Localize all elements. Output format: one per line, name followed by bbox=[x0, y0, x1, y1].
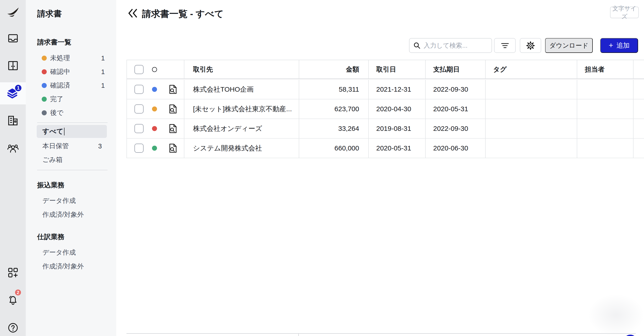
search-placeholder: 入力して検索... bbox=[424, 41, 468, 50]
rail-board[interactable] bbox=[0, 54, 26, 76]
plus-icon: + bbox=[609, 41, 613, 49]
filter-icon bbox=[501, 43, 509, 48]
due-cell: 2020-06-30 bbox=[426, 138, 486, 158]
client-cell[interactable]: 株式会社オンディーズ bbox=[184, 119, 299, 138]
sidebar-item-journal-created[interactable]: 作成済/対象外 bbox=[42, 262, 84, 270]
sidebar-item-label: 完了 bbox=[50, 94, 105, 104]
icon-rail: 1 bbox=[0, 0, 26, 336]
settings-button[interactable] bbox=[520, 38, 541, 53]
sidebar-item-all-selected[interactable]: すべて bbox=[37, 125, 107, 138]
assignee-cell bbox=[577, 80, 634, 100]
status-dot-later bbox=[42, 110, 47, 115]
sidebar-item-label: 確認済 bbox=[50, 81, 101, 90]
amount-cell: 660,000 bbox=[299, 138, 369, 158]
fab-shadow bbox=[588, 294, 644, 336]
apps-add-icon bbox=[8, 268, 18, 278]
notifications-bell-icon bbox=[8, 295, 18, 305]
help-icon bbox=[8, 323, 18, 333]
rail-invoices-active[interactable]: 1 bbox=[0, 82, 26, 104]
notifications-badge: 2 bbox=[14, 289, 22, 296]
row-checkbox[interactable] bbox=[134, 144, 144, 153]
sidebar-section-journal: 仕訳業務 bbox=[37, 232, 64, 242]
file-preview-icon[interactable] bbox=[169, 144, 177, 153]
column-header-client[interactable]: 取引先 bbox=[184, 60, 299, 79]
file-preview-icon[interactable] bbox=[169, 104, 177, 114]
rail-members[interactable] bbox=[0, 137, 26, 159]
select-all-checkbox[interactable] bbox=[134, 65, 144, 74]
amount-cell: 623,700 bbox=[299, 100, 369, 119]
sidebar-item-count: 1 bbox=[101, 68, 105, 76]
gear-icon bbox=[526, 41, 535, 50]
add-button[interactable]: + 追加 bbox=[600, 38, 638, 53]
search-input[interactable]: 入力して検索... bbox=[409, 38, 492, 53]
amount-cell: 33,264 bbox=[299, 119, 369, 138]
column-header-assignee[interactable]: 担当者 bbox=[577, 60, 634, 79]
row-status-dot bbox=[152, 87, 157, 92]
rail-notifications[interactable]: 2 bbox=[0, 289, 26, 311]
table-header-select bbox=[127, 60, 184, 79]
column-header-ghost bbox=[634, 60, 644, 79]
due-cell: 2020-05-31 bbox=[426, 100, 486, 119]
sidebar-item-done[interactable]: 完了 bbox=[42, 95, 105, 103]
file-preview-icon[interactable] bbox=[169, 124, 177, 133]
row-checkbox[interactable] bbox=[134, 85, 144, 94]
file-preview-icon[interactable] bbox=[169, 85, 177, 94]
sidebar-item-all-label: すべて bbox=[42, 127, 63, 136]
ghost-cell bbox=[634, 138, 644, 158]
sidebar-item-checked[interactable]: 確認済 1 bbox=[42, 82, 105, 90]
row-checkbox[interactable] bbox=[134, 124, 144, 133]
sidebar-item-checking[interactable]: 確認中 1 bbox=[42, 68, 105, 76]
client-cell[interactable]: システム開発株式会社 bbox=[184, 138, 299, 158]
sidebar-item-transfer-create[interactable]: データ作成 bbox=[42, 197, 76, 205]
sidebar-section-transfer: 振込業務 bbox=[37, 180, 64, 190]
tag-cell bbox=[486, 138, 577, 158]
ghost-cell bbox=[634, 119, 644, 138]
status-column-header-icon[interactable] bbox=[152, 67, 157, 72]
column-header-amount[interactable]: 金額 bbox=[299, 60, 369, 79]
filter-button[interactable] bbox=[494, 38, 516, 53]
client-cell[interactable]: [未セット]株式会社東京不動産... bbox=[184, 100, 299, 119]
table-footer-column-divider bbox=[298, 333, 299, 336]
sidebar-divider bbox=[37, 170, 108, 170]
double-chevron-left-icon bbox=[128, 8, 138, 18]
sidebar-item-stored-today[interactable]: 本日保管 3 bbox=[42, 142, 105, 150]
brand-logo[interactable] bbox=[0, 1, 26, 23]
row-checkbox[interactable] bbox=[134, 104, 144, 114]
rail-inbox[interactable] bbox=[0, 27, 26, 49]
rail-company[interactable] bbox=[0, 110, 26, 132]
date-cell: 2020-05-31 bbox=[369, 138, 426, 158]
download-button[interactable]: ダウンロード bbox=[545, 38, 593, 53]
rail-help[interactable] bbox=[0, 316, 26, 336]
board-columns-icon bbox=[8, 61, 18, 71]
column-header-due[interactable]: 支払期日 bbox=[426, 60, 486, 79]
table-footer-border bbox=[126, 333, 636, 334]
sidebar-item-label: 後で bbox=[50, 108, 105, 118]
sidebar-item-label: 未処理 bbox=[50, 54, 101, 63]
invoice-table: 取引先 金額 取引日 支払期日 タグ 担当者 株式会社TOHO企画 58,311… bbox=[126, 60, 644, 158]
date-cell: 2021-12-31 bbox=[369, 80, 426, 100]
invoices-badge: 1 bbox=[14, 84, 22, 92]
sidebar-item-count: 3 bbox=[98, 142, 102, 150]
sidebar-item-trash[interactable]: ごみ箱 bbox=[42, 156, 105, 164]
collapse-sidebar-button[interactable] bbox=[128, 8, 138, 18]
tag-cell bbox=[486, 80, 577, 100]
rail-apps-add[interactable] bbox=[0, 262, 26, 284]
company-building-icon bbox=[8, 116, 18, 126]
add-button-label: 追加 bbox=[616, 41, 630, 50]
sidebar-item-label: ごみ箱 bbox=[42, 155, 105, 164]
assignee-cell bbox=[577, 100, 634, 119]
column-header-date[interactable]: 取引日 bbox=[369, 60, 426, 79]
sidebar-app-title: 請求書 bbox=[37, 8, 62, 20]
sidebar-item-pending[interactable]: 未処理 1 bbox=[42, 54, 105, 62]
sidebar-item-later[interactable]: 後で bbox=[42, 109, 105, 117]
column-header-tag[interactable]: タグ bbox=[486, 60, 577, 79]
font-size-button[interactable]: 文字サイズ bbox=[610, 6, 639, 18]
sidebar-item-journal-create[interactable]: データ作成 bbox=[42, 248, 76, 257]
sidebar-item-transfer-created[interactable]: 作成済/対象外 bbox=[42, 211, 84, 219]
client-cell[interactable]: 株式会社TOHO企画 bbox=[184, 80, 299, 100]
sidebar: 請求書 請求書一覧 未処理 1 確認中 1 確認済 1 完了 後で bbox=[26, 0, 116, 336]
row-select-cell bbox=[127, 138, 184, 158]
sidebar-section-invoice-list: 請求書一覧 bbox=[37, 38, 71, 47]
row-status-dot bbox=[152, 146, 157, 151]
ghost-cell bbox=[634, 100, 644, 119]
